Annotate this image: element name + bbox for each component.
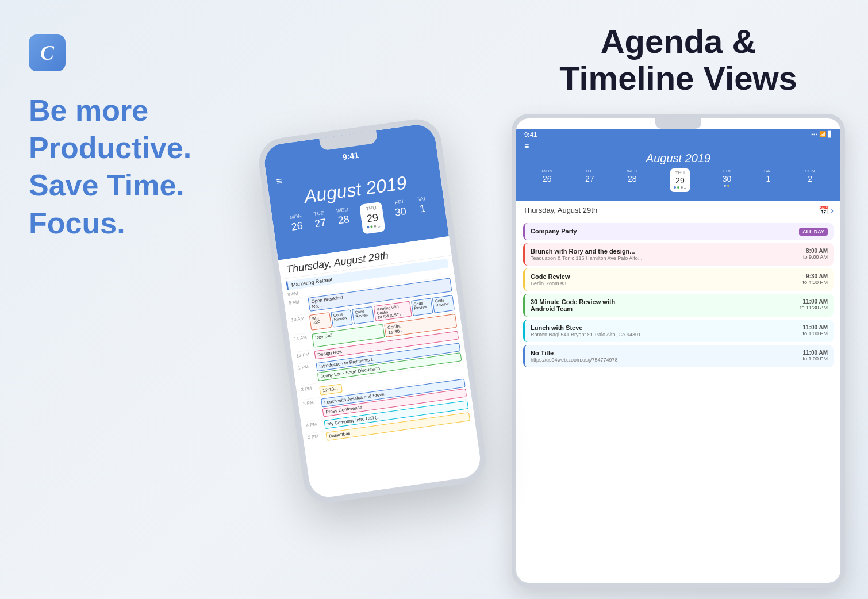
event-brunch-rory[interactable]: Brunch with Rory and the design... Teaqu… (523, 243, 834, 266)
phone-large: 9:41 ≡ August 2019 MON 26 TUE 27 WED 28 (256, 116, 489, 506)
logo-letter: C (40, 41, 54, 65)
small-day-fri[interactable]: FRI 30 (723, 168, 732, 192)
dot-green (677, 186, 679, 189)
call-event[interactable]: 12:10-... (319, 383, 343, 395)
time-4pm: 4 PM (306, 421, 323, 432)
phone-month-small: August 2019 (524, 152, 832, 165)
time-9am: 9 AM (289, 298, 306, 314)
tagline-line-4: Focus. (29, 207, 218, 240)
day-label-thu: THU (675, 170, 685, 175)
event-title: Lunch with Steve (531, 324, 641, 331)
time-1pm: 1 PM (298, 363, 316, 384)
day-label: MON (289, 213, 302, 220)
small-day-sat[interactable]: SAT 1 (764, 168, 773, 192)
day-num: 1 (419, 202, 427, 215)
middle-panel: 9:41 ≡ August 2019 MON 26 TUE 27 WED 28 (247, 0, 494, 599)
time-10am: 10 AM (291, 316, 309, 333)
event-time: 11:00 AM to 11:30 AM (800, 298, 828, 310)
dots-fri (724, 185, 729, 187)
time-12pm: 12 PM (296, 351, 313, 362)
event-time: 11:00 AM to 1:00 PM (802, 350, 828, 362)
event-lunch-steve[interactable]: Lunch with Steve Ramen Nagi 541 Bryant S… (523, 320, 834, 342)
event-title: 30 Minute Code Review withAndroid Team (531, 298, 615, 312)
dot-1 (367, 226, 370, 229)
day-col-wed[interactable]: WED 28 (336, 206, 352, 237)
wifi-icon: 📶 (819, 131, 826, 137)
dots-thu: + (674, 186, 686, 190)
small-day-thu-selected[interactable]: THU 29 + (670, 168, 690, 192)
event-company-party[interactable]: Company Party ALL DAY (523, 223, 834, 240)
event-title: No Title (531, 350, 618, 356)
event-start-time: 8:00 AM (803, 248, 828, 254)
event-start-time: 11:00 AM (802, 350, 828, 356)
day-num: 26 (290, 220, 304, 233)
day-label-wed: WED (627, 168, 637, 174)
day-col-thu-selected[interactable]: THU 29 + (359, 202, 386, 235)
day-col-fri[interactable]: FRI 30 (393, 198, 409, 229)
phone-header-top: 9:41 ▪▪▪ 📶 ▊ (524, 131, 832, 138)
code-review-2[interactable]: CodeReview (352, 306, 374, 325)
tagline-block: Be more Productive. Save Time. Focus. (29, 94, 218, 244)
day-num: 29 (366, 212, 379, 225)
dot-gray (681, 186, 683, 189)
event-info: Company Party (531, 228, 577, 235)
signal-icon: ▪▪▪ (811, 131, 817, 137)
day-num: 27 (314, 217, 327, 231)
code-review-3[interactable]: CodeReview (411, 298, 433, 316)
day-col-sat[interactable]: SAT 1 (416, 195, 430, 226)
event-info: No Title https://us04web.zoom.us/j/75477… (531, 350, 618, 363)
event-start-time: 11:00 AM (802, 324, 828, 331)
day-label-sat: SAT (764, 168, 773, 174)
event-subtitle: Berlin Room #3 (531, 281, 570, 286)
day-col-mon[interactable]: MON 26 (289, 213, 305, 244)
title-line-1: Agenda & (601, 22, 756, 60)
event-time: 9:30 AM to 4:30 PM (802, 273, 828, 285)
phone-small: 9:41 ▪▪▪ 📶 ▊ ≡ August 2019 MON 26 TUE 27 (512, 114, 845, 588)
code-review-1[interactable]: CodeReview (331, 309, 353, 328)
code-review-4[interactable]: CodeReview (432, 295, 455, 313)
day-label-mon: MON (541, 168, 552, 174)
small-day-wed[interactable]: WED 28 (627, 168, 637, 192)
day-label: TUE (313, 210, 324, 217)
right-title: Agenda & Timeline Views (512, 23, 845, 97)
event-no-title[interactable]: No Title https://us04web.zoom.us/j/75477… (523, 345, 834, 367)
agenda-date-text: Thursday, August 29th (523, 206, 597, 214)
small-day-sun[interactable]: SUN 2 (805, 168, 815, 192)
dot-blue (674, 186, 676, 189)
dot-plus: + (377, 224, 381, 230)
event-start-time: 9:30 AM (802, 273, 828, 279)
event-time: 11:00 AM to 1:00 PM (802, 324, 828, 336)
event-info: Brunch with Rory and the design... Teaqu… (531, 248, 642, 261)
phone-status-icons: ▪▪▪ 📶 ▊ (811, 131, 832, 137)
app-logo: C (29, 34, 66, 71)
tagline-line-3: Save Time. (29, 169, 218, 202)
dot-3 (374, 225, 377, 228)
day-label-sun: SUN (805, 168, 815, 174)
right-panel: Agenda & Timeline Views 9:41 ▪▪▪ 📶 ▊ ≡ A… (494, 0, 868, 599)
left-panel: C Be more Productive. Save Time. Focus. (0, 0, 247, 599)
day-label: THU (366, 205, 377, 212)
day-num-wed: 28 (628, 174, 637, 183)
day-label: WED (336, 206, 348, 214)
day-num-fri: 30 (723, 174, 732, 183)
event-info: Lunch with Steve Ramen Nagi 541 Bryant S… (531, 324, 641, 337)
event-info: Code Review Berlin Room #3 (531, 273, 570, 286)
phone-menu-small[interactable]: ≡ (524, 141, 832, 151)
day-col-tue[interactable]: TUE 27 (313, 210, 328, 241)
event-title: Code Review (531, 273, 570, 280)
work-event[interactable]: W...8:20 (309, 312, 332, 331)
event-title: Brunch with Rory and the design... (531, 248, 642, 255)
day-num: 30 (394, 205, 407, 219)
dot-plus: + (684, 186, 686, 190)
calendar-icon[interactable]: 📅 › (819, 206, 834, 215)
day-label-tue: TUE (585, 168, 594, 174)
all-day-badge: ALL DAY (799, 228, 828, 236)
small-day-tue[interactable]: TUE 27 (585, 168, 594, 192)
phone-header-small: 9:41 ▪▪▪ 📶 ▊ ≡ August 2019 MON 26 TUE 27 (516, 129, 840, 201)
battery-icon: ▊ (828, 131, 832, 137)
event-30min-code-review[interactable]: 30 Minute Code Review withAndroid Team 1… (523, 294, 834, 317)
time-3pm: 3 PM (303, 399, 321, 420)
dot-2-fri (727, 185, 729, 187)
small-day-mon[interactable]: MON 26 (541, 168, 552, 192)
event-code-review[interactable]: Code Review Berlin Room #3 9:30 AM to 4:… (523, 268, 834, 291)
